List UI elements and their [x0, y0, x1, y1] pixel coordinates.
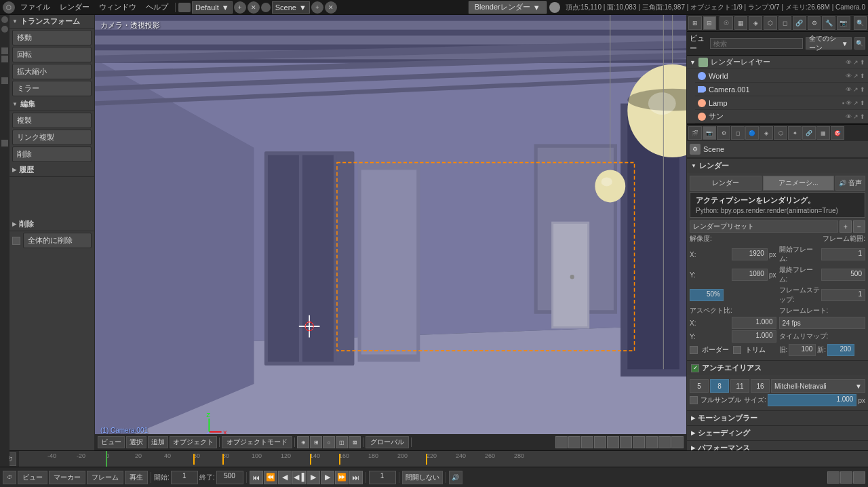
- prop-icon-5[interactable]: 🔵: [745, 126, 759, 140]
- duplicate-button[interactable]: 複製: [12, 113, 92, 128]
- outliner-search-icon[interactable]: 🔍: [854, 37, 865, 50]
- close-btn-x[interactable]: ✕: [325, 1, 337, 14]
- prop-icon-10[interactable]: ▦: [816, 126, 830, 140]
- vp-icon-snap[interactable]: ⊞: [310, 436, 322, 448]
- outliner-item-sun[interactable]: サン 👁 ↗ ⬆: [695, 110, 868, 123]
- render-tab-render[interactable]: レンダー: [690, 176, 762, 191]
- menu-item-window[interactable]: ウィンドウ: [95, 1, 140, 14]
- next-frame-btn[interactable]: ⏩: [335, 471, 349, 484]
- vp-icon-pivot[interactable]: ⊕: [297, 436, 309, 448]
- vp-right-icon-10[interactable]: [671, 436, 684, 448]
- menu-item-help[interactable]: ヘルプ: [142, 1, 172, 14]
- prop-icon-6[interactable]: ◈: [760, 126, 773, 140]
- rp-icon-2[interactable]: ⊟: [703, 16, 717, 30]
- toolbar-icon-5[interactable]: [1, 77, 8, 84]
- frame-end-field[interactable]: 500: [821, 269, 866, 281]
- outliner-search[interactable]: [710, 38, 803, 49]
- add-scene-icon[interactable]: +: [234, 1, 246, 14]
- toolbar-icon-3[interactable]: [1, 47, 8, 54]
- vp-mode-dropdown[interactable]: オブジェクトモード: [222, 436, 292, 448]
- renderer-dropdown[interactable]: Blenderレンダー ▼: [469, 1, 547, 14]
- prop-icon-11[interactable]: 🎯: [831, 126, 844, 140]
- timeline-frame-btn[interactable]: フレーム: [87, 471, 123, 484]
- aspect-y-field[interactable]: 1.000: [732, 330, 776, 343]
- vp-right-icon-9[interactable]: [658, 436, 671, 448]
- vp-right-icon-7[interactable]: [633, 436, 645, 448]
- scale-button[interactable]: 拡大縮小: [12, 64, 92, 79]
- add-btn-plus[interactable]: +: [311, 1, 323, 14]
- outliner-item-camera[interactable]: Camera.001 👁 ↗ ⬆: [695, 83, 868, 96]
- prev-frame-btn[interactable]: ⏪: [264, 471, 277, 484]
- tl-right-icon-1[interactable]: [827, 471, 840, 484]
- play-btn[interactable]: ▶: [307, 471, 320, 484]
- toolbar-icon-4[interactable]: [1, 56, 8, 62]
- viewport-type-icon[interactable]: ⏱: [3, 471, 16, 484]
- cursor-icon-1[interactable]: ↗: [853, 73, 859, 79]
- mode-dropdown[interactable]: Default ▼: [192, 1, 233, 14]
- toolbar-icon-1[interactable]: [1, 16, 8, 23]
- play-reverse-btn[interactable]: ◀▐: [292, 471, 306, 484]
- timemap-new-field[interactable]: 200: [827, 344, 854, 356]
- rp-icon-4[interactable]: ▦: [734, 16, 748, 30]
- rp-icon-8[interactable]: 🔗: [793, 16, 806, 30]
- toolbar-icon-2[interactable]: [1, 26, 8, 33]
- outliner-item-lamp[interactable]: Lamp ▪ 👁 ↗ ⬆: [695, 96, 868, 110]
- rp-icon-6[interactable]: ⬡: [764, 16, 777, 30]
- prop-icon-9[interactable]: 🔗: [802, 126, 816, 140]
- rp-search-icon[interactable]: 🔍: [854, 16, 867, 30]
- vp-right-icon-2[interactable]: [568, 436, 580, 448]
- aa-size-field[interactable]: 1.000: [768, 394, 857, 406]
- vp-icon-3[interactable]: ○: [323, 436, 335, 448]
- prev-keyframe-btn[interactable]: ◀: [278, 471, 292, 484]
- arrow-icon-0[interactable]: ⬆: [860, 59, 865, 66]
- arrow-icon-2[interactable]: ⬆: [860, 86, 865, 93]
- rotate-button[interactable]: 回転: [12, 47, 92, 62]
- move-button[interactable]: 移動: [12, 30, 92, 45]
- vp-right-icon-3[interactable]: [581, 436, 593, 448]
- vp-right-icon-1[interactable]: [555, 436, 568, 448]
- prop-icon-1[interactable]: 🎬: [688, 126, 702, 140]
- toolbar-icon-6[interactable]: [1, 140, 8, 147]
- outliner-item-renderlayer[interactable]: ▼ レンダーレイヤー 👁 ↗ ⬆: [687, 56, 868, 69]
- preset-btn-plus[interactable]: +: [840, 220, 852, 233]
- eye-icon-3[interactable]: 👁: [846, 100, 852, 106]
- aa-btn-8[interactable]: 8: [710, 379, 729, 393]
- timeline-track[interactable]: -40 -20 0 20 40 60 80 100 120 140 160 18…: [19, 451, 868, 467]
- aa-btn-16[interactable]: 16: [751, 379, 770, 393]
- vp-add-btn[interactable]: 追加: [148, 436, 168, 448]
- delete-all-button[interactable]: 全体的に削除: [23, 233, 92, 248]
- scene-filter-dropdown[interactable]: 全てのシーン ▼: [806, 37, 851, 50]
- eye-icon-4[interactable]: 👁: [846, 113, 852, 120]
- arrow-icon-4[interactable]: ⬆: [860, 113, 865, 120]
- shading-header[interactable]: ▶ シェーディング: [687, 426, 868, 440]
- tl-right-icon-3[interactable]: [853, 471, 865, 484]
- rp-icon-3[interactable]: ☉: [719, 16, 733, 30]
- fullsample-checkbox[interactable]: [690, 396, 698, 404]
- vp-right-icon-5[interactable]: [607, 436, 619, 448]
- end-frame-input[interactable]: 500: [216, 471, 243, 484]
- link-duplicate-button[interactable]: リンク複製: [12, 130, 92, 145]
- vp-object-btn[interactable]: オブジェクト: [170, 436, 217, 448]
- frame-step-field[interactable]: 1: [821, 289, 866, 301]
- frame-start-field[interactable]: 1: [821, 248, 866, 260]
- cursor-icon-3[interactable]: ↗: [853, 100, 859, 106]
- delete-checkbox[interactable]: [12, 237, 20, 245]
- vp-right-icon-4[interactable]: [594, 436, 606, 448]
- eye-icon-2[interactable]: 👁: [846, 86, 852, 93]
- aa-section-header[interactable]: ✓ アンチエイリアス: [687, 361, 868, 375]
- jump-end-btn[interactable]: ⏭: [349, 471, 363, 484]
- mirror-button[interactable]: ミラー: [12, 81, 92, 96]
- rp-icon-1[interactable]: ⊞: [688, 16, 702, 30]
- aa-enabled-checkbox[interactable]: ✓: [691, 364, 699, 372]
- timeline-view-btn[interactable]: ビュー: [18, 471, 47, 484]
- res-percent-field[interactable]: 50%: [690, 289, 724, 301]
- rp-icon-9[interactable]: ⚙: [808, 16, 821, 30]
- rp-icon-11[interactable]: 📷: [837, 16, 850, 30]
- arrow-icon-3[interactable]: ⬆: [860, 100, 865, 106]
- next-keyframe-btn[interactable]: ▶: [321, 471, 334, 484]
- render-section-header[interactable]: ▼ レンダー: [687, 159, 868, 173]
- vp-icon-4[interactable]: ◫: [336, 436, 348, 448]
- prop-icon-render[interactable]: 📷: [703, 126, 716, 140]
- vp-right-icon-8[interactable]: [646, 436, 658, 448]
- prop-icon-3[interactable]: ⚙: [717, 126, 730, 140]
